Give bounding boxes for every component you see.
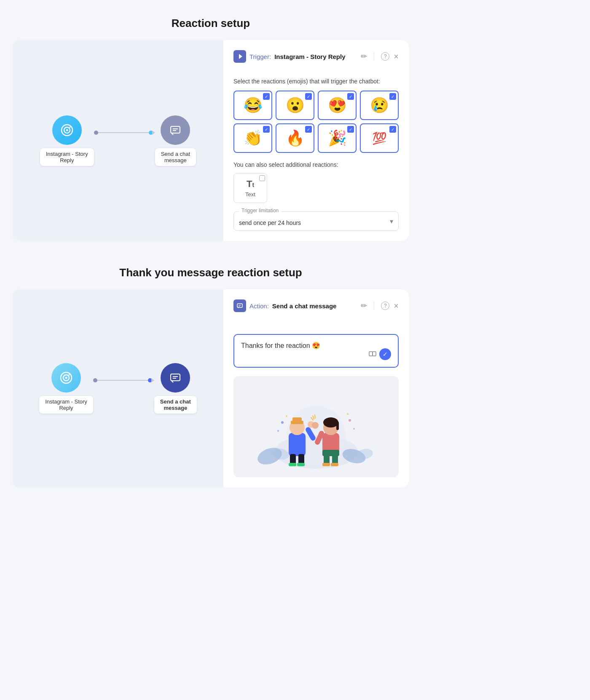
svg-rect-44: [331, 463, 338, 466]
svg-point-51: [349, 419, 351, 422]
svg-point-46: [312, 422, 319, 429]
section2-flow-panel: Instagram - StoryReply: [13, 289, 223, 487]
svg-rect-26: [289, 433, 306, 456]
action-label-2: Send a chatmessage: [154, 396, 197, 414]
trigger-limitation-label: Trigger limitation: [239, 208, 281, 214]
svg-point-50: [281, 421, 284, 424]
emoji-cell-1[interactable]: 😮 ✓: [276, 91, 314, 120]
close-button-1[interactable]: ×: [394, 52, 399, 61]
svg-rect-15: [237, 304, 242, 307]
check-6: ✓: [347, 126, 354, 133]
trigger-label-1: Instagram - StoryReply: [40, 148, 94, 166]
text-reaction-checkbox[interactable]: [259, 175, 265, 181]
divider-1: [374, 52, 374, 61]
help-icon-2[interactable]: ?: [381, 302, 389, 310]
flow-diagram-1: Instagram - StoryReply: [40, 115, 196, 166]
emoji-2: 😍: [328, 96, 347, 114]
close-button-2[interactable]: ×: [394, 302, 399, 310]
connector-2: [93, 378, 154, 382]
edit-icon-1[interactable]: ✏: [361, 52, 367, 61]
panel-actions-1: ✏ ? ×: [361, 52, 399, 61]
svg-rect-18: [369, 352, 373, 356]
tt-icon: Tt: [247, 179, 254, 190]
illustration-area: [233, 376, 399, 477]
svg-marker-7: [239, 54, 242, 59]
flow-diagram-2: Instagram - StoryReply: [39, 363, 197, 414]
help-icon-1[interactable]: ?: [381, 52, 389, 61]
svg-rect-32: [289, 463, 296, 466]
check-1: ✓: [305, 93, 312, 100]
panel-icon-action: [233, 299, 246, 312]
divider-2: [374, 302, 374, 310]
panel-name-2: Send a chat message: [272, 302, 337, 310]
text-reaction-cell[interactable]: Tt Text: [233, 173, 267, 203]
action-icon-2: [161, 363, 190, 393]
trigger-limitation: Trigger limitation send once per 24 hour…: [233, 211, 399, 231]
svg-point-54: [286, 415, 287, 417]
emoji-3: 😢: [370, 96, 389, 114]
action-node-1: Send a chatmessage: [155, 115, 196, 166]
svg-point-10: [65, 377, 67, 379]
panel-name-1: Instagram - Story Reply: [274, 53, 345, 60]
trigger-limitation-select[interactable]: send once per 24 hours always send send …: [234, 215, 398, 230]
svg-point-38: [323, 417, 338, 427]
connector-arrow-1: [152, 131, 155, 135]
panel-header-2: Action: Send a chat message ✏ ? ×: [233, 299, 399, 319]
svg-rect-39: [336, 422, 339, 430]
edit-icon-2[interactable]: ✏: [361, 301, 367, 310]
check-0: ✓: [263, 93, 270, 100]
emoji-7: 💯: [372, 131, 387, 145]
connector-line-1: [98, 132, 149, 133]
svg-rect-29: [292, 417, 302, 422]
svg-point-53: [353, 428, 355, 430]
connector-dot-start-1: [94, 131, 98, 135]
check-2: ✓: [347, 93, 354, 100]
check-3: ✓: [389, 93, 396, 100]
additional-label: You can also select additional reactions…: [233, 161, 399, 168]
svg-rect-19: [373, 352, 376, 356]
emoji-cell-7[interactable]: 💯 ✓: [360, 123, 399, 153]
emoji-0: 😂: [244, 96, 263, 114]
emoji-cell-5[interactable]: 🔥 ✓: [276, 123, 314, 153]
section1-title: Reaction setup: [13, 17, 409, 30]
message-icons: ✓: [368, 348, 391, 360]
emoji-instruction: Select the reactions (emojis) that will …: [233, 78, 399, 85]
svg-rect-43: [322, 463, 330, 466]
svg-point-52: [277, 430, 279, 432]
svg-point-55: [347, 413, 349, 415]
trigger-icon-2: [51, 363, 81, 393]
send-status-icon: ✓: [379, 348, 391, 360]
action-label-1: Send a chatmessage: [155, 148, 196, 166]
emoji-cell-4[interactable]: 👏 ✓: [233, 123, 272, 153]
message-input-area[interactable]: Thanks for the reaction 😍 ✓: [233, 334, 399, 368]
svg-rect-33: [297, 463, 305, 466]
trigger-icon-1: [52, 115, 82, 145]
trigger-node-1: Instagram - StoryReply: [40, 115, 94, 166]
check-7: ✓: [389, 126, 396, 133]
emoji-5: 🔥: [286, 129, 305, 147]
people-illustration: [249, 385, 384, 469]
emoji-cell-0[interactable]: 😂 ✓: [233, 91, 272, 120]
check-4: ✓: [263, 126, 270, 133]
check-5: ✓: [305, 126, 312, 133]
svg-line-49: [315, 415, 315, 418]
section2-container: Instagram - StoryReply: [13, 289, 409, 487]
emoji-4: 👏: [244, 129, 263, 147]
section1-settings-panel: Trigger: Instagram - Story Reply ✏ ? × S…: [223, 40, 409, 241]
panel-type-2: Action:: [249, 302, 269, 310]
connector-arrow-2: [151, 378, 154, 382]
emoji-cell-3[interactable]: 😢 ✓: [360, 91, 399, 120]
panel-type-1: Trigger:: [249, 53, 271, 60]
action-icon-1: [161, 115, 190, 145]
emoji-cell-2[interactable]: 😍 ✓: [318, 91, 357, 120]
svg-point-2: [66, 129, 68, 131]
section1-container: Instagram - StoryReply: [13, 40, 409, 241]
panel-header-1: Trigger: Instagram - Story Reply ✏ ? ×: [233, 50, 399, 69]
svg-point-3: [69, 126, 70, 128]
section2-settings-panel: Action: Send a chat message ✏ ? × Thanks…: [223, 289, 409, 487]
emoji-cell-6[interactable]: 🎉 ✓: [318, 123, 357, 153]
section2-title: Thank you message reaction setup: [13, 266, 409, 279]
section1-flow-panel: Instagram - StoryReply: [13, 40, 223, 241]
action-node-2: Send a chatmessage: [154, 363, 197, 414]
panel-icon-trigger: [233, 50, 246, 63]
